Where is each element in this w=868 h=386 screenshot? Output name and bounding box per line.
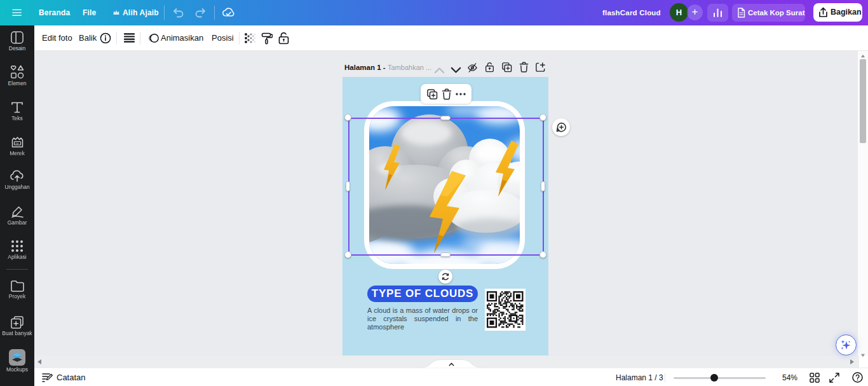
svg-text:co.: co. bbox=[15, 142, 19, 145]
